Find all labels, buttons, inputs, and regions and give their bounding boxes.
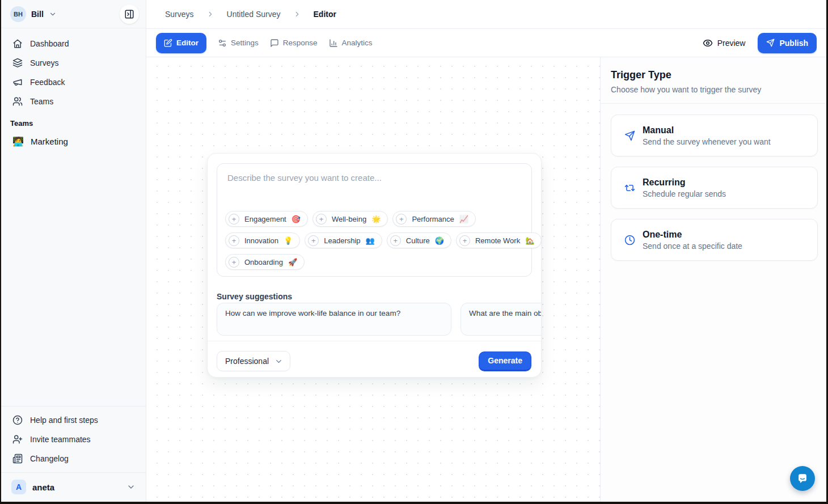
- publish-label: Publish: [779, 39, 808, 48]
- sidebar-header: BH Bill: [1, 0, 146, 28]
- sidebar-item-invite[interactable]: Invite teammates: [8, 430, 139, 449]
- option-description: Send the survey whenever you want: [643, 137, 771, 146]
- clock-icon: [624, 235, 635, 245]
- sidebar-collapse-button[interactable]: [120, 5, 139, 24]
- generator-footer: Professional Generate: [217, 351, 531, 371]
- suggestion-card[interactable]: What are the main ob: [461, 303, 541, 336]
- chat-bubble-icon: [796, 472, 809, 485]
- breadcrumb: Surveys Untitled Survey Editor: [165, 10, 336, 19]
- newspaper-icon: [12, 454, 23, 464]
- breadcrumb-survey-name[interactable]: Untitled Survey: [227, 10, 281, 19]
- publish-button[interactable]: Publish: [758, 33, 817, 53]
- survey-generator-card: + Engagement 🎯 + Well-being 🌟 + Performa…: [207, 153, 542, 378]
- home-icon: [12, 39, 23, 49]
- sidebar-footer: Help and first steps Invite teammates Ch…: [1, 406, 146, 502]
- preview-button[interactable]: Preview: [703, 38, 746, 48]
- sidebar-item-feedback[interactable]: Feedback: [8, 73, 139, 92]
- settings-icon: [218, 39, 227, 48]
- sidebar-item-teams[interactable]: Teams: [8, 92, 139, 111]
- survey-prompt-input[interactable]: [217, 164, 531, 209]
- topic-chip-performance[interactable]: + Performance 📈: [392, 211, 476, 227]
- chip-label: Leadership: [324, 236, 360, 245]
- option-description: Schedule regular sends: [643, 189, 726, 198]
- send-icon: [766, 39, 775, 47]
- tone-selected-value: Professional: [225, 357, 269, 366]
- topbar: Surveys Untitled Survey Editor: [146, 0, 826, 29]
- topic-chips: + Engagement 🎯 + Well-being 🌟 + Performa…: [225, 211, 526, 270]
- trigger-panel-header: Trigger Type Choose how you want to trig…: [601, 57, 826, 104]
- sidebar-item-label: Help and first steps: [30, 416, 98, 425]
- suggestion-card[interactable]: How can we improve work-life balance in …: [217, 303, 451, 336]
- sidebar-item-label: Changelog: [30, 454, 69, 463]
- tone-select[interactable]: Professional: [217, 351, 290, 371]
- breadcrumb-surveys[interactable]: Surveys: [165, 10, 194, 19]
- tab-label: Settings: [231, 39, 259, 47]
- chevron-right-icon: [293, 10, 301, 18]
- tab-label: Analytics: [342, 39, 373, 47]
- option-title: Manual: [643, 125, 771, 135]
- sidebar-item-label: Teams: [30, 97, 53, 106]
- generate-button[interactable]: Generate: [479, 351, 531, 371]
- chip-label: Performance: [412, 215, 454, 223]
- preview-label: Preview: [717, 39, 746, 48]
- sidebar-item-surveys[interactable]: Surveys: [8, 53, 139, 73]
- topic-chip-culture[interactable]: + Culture 🌍: [387, 232, 451, 248]
- topic-chip-engagement[interactable]: + Engagement 🎯: [225, 211, 308, 227]
- megaphone-icon: [12, 77, 23, 87]
- plus-icon: +: [459, 235, 470, 246]
- chart-emoji-icon: 📈: [459, 215, 468, 223]
- sidebar-item-label: Feedback: [30, 78, 65, 87]
- sidebar-item-label: Dashboard: [30, 39, 69, 48]
- send-icon: [624, 130, 635, 141]
- rocket-emoji-icon: 🚀: [288, 258, 297, 266]
- sidebar-item-label: Surveys: [30, 58, 59, 67]
- plus-icon: +: [229, 235, 239, 246]
- workspace-avatar: BH: [10, 6, 26, 22]
- topic-chip-remote-work[interactable]: + Remote Work 🏡: [456, 232, 542, 248]
- chat-widget-button[interactable]: [790, 466, 815, 491]
- chip-label: Well-being: [332, 215, 366, 223]
- tab-analytics[interactable]: Analytics: [329, 39, 373, 48]
- plus-icon: +: [396, 214, 407, 225]
- teams-section-label: Teams: [1, 111, 146, 131]
- tab-label: Editor: [176, 39, 198, 47]
- users-icon: [12, 96, 23, 107]
- plus-icon: +: [229, 257, 239, 268]
- workspace-switcher[interactable]: BH Bill: [10, 6, 57, 22]
- topic-chip-onboarding[interactable]: + Onboarding 🚀: [225, 254, 305, 270]
- tabs: Editor Settings Response Analytics: [156, 33, 373, 53]
- help-circle-icon: [12, 415, 23, 425]
- chevron-right-icon: [206, 10, 214, 18]
- topic-chip-leadership[interactable]: + Leadership 👥: [305, 232, 382, 248]
- trigger-options: Manual Send the survey whenever you want…: [601, 104, 826, 261]
- prompt-input-card: + Engagement 🎯 + Well-being 🌟 + Performa…: [217, 163, 532, 277]
- eye-icon: [703, 38, 713, 48]
- sidebar-item-team-marketing[interactable]: 🧑‍💻 Marketing: [8, 131, 139, 151]
- chip-label: Innovation: [244, 236, 278, 245]
- tabs-bar: Editor Settings Response Analytics Previ…: [146, 29, 826, 57]
- tab-editor[interactable]: Editor: [156, 33, 206, 53]
- trigger-option-one-time[interactable]: One-time Send once at a specific date: [611, 219, 818, 261]
- sidebar: BH Bill Dashboard Surveys Feedback: [1, 0, 146, 502]
- topic-chip-innovation[interactable]: + Innovation 💡: [225, 232, 300, 248]
- breadcrumb-current: Editor: [314, 10, 336, 19]
- trigger-option-recurring[interactable]: Recurring Schedule regular sends: [611, 167, 818, 209]
- chevron-down-icon: [126, 482, 136, 492]
- sidebar-item-dashboard[interactable]: Dashboard: [8, 34, 139, 53]
- topic-chip-wellbeing[interactable]: + Well-being 🌟: [312, 211, 388, 227]
- sidebar-item-help[interactable]: Help and first steps: [8, 410, 139, 430]
- tab-settings[interactable]: Settings: [218, 39, 259, 48]
- plus-icon: +: [308, 235, 319, 246]
- globe-emoji-icon: 🌍: [435, 236, 444, 245]
- team-name: Marketing: [31, 137, 68, 146]
- sidebar-item-changelog[interactable]: Changelog: [8, 449, 139, 468]
- suggestions-row: How can we improve work-life balance in …: [217, 303, 541, 337]
- trigger-option-manual[interactable]: Manual Send the survey whenever you want: [611, 115, 818, 156]
- panel-right-icon: [124, 9, 134, 19]
- user-plus-icon: [12, 434, 23, 444]
- layers-icon: [12, 58, 23, 68]
- chip-label: Engagement: [244, 215, 286, 223]
- header-actions: Preview Publish: [703, 33, 817, 53]
- tab-response[interactable]: Response: [270, 39, 318, 48]
- account-menu[interactable]: A aneta: [8, 477, 139, 497]
